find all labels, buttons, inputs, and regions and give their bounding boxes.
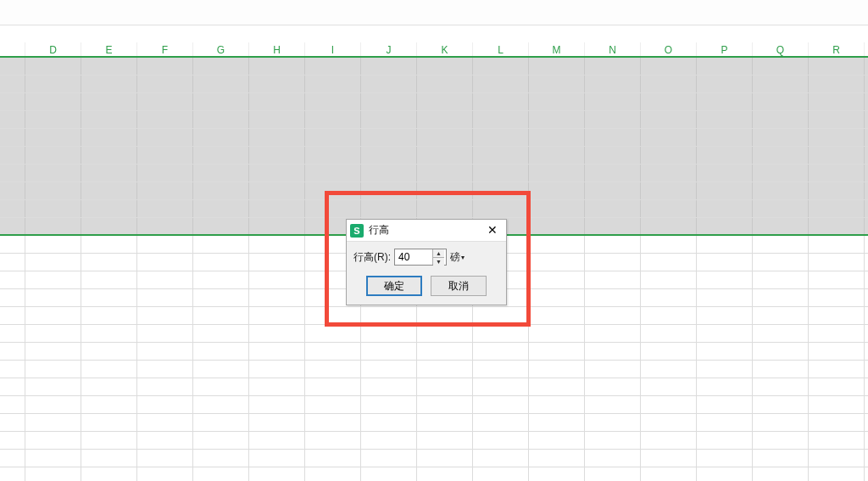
column-header[interactable]: O xyxy=(641,42,697,56)
cell[interactable] xyxy=(585,76,641,92)
cell[interactable] xyxy=(417,93,473,110)
cell[interactable] xyxy=(529,450,585,467)
cell[interactable] xyxy=(137,58,193,75)
cell[interactable] xyxy=(81,218,137,234)
cell[interactable] xyxy=(249,432,305,449)
cell[interactable] xyxy=(697,289,753,306)
cell[interactable] xyxy=(641,378,697,395)
close-icon[interactable]: ✕ xyxy=(482,222,503,239)
cell[interactable] xyxy=(249,271,305,288)
cell[interactable] xyxy=(0,218,25,234)
cell[interactable] xyxy=(81,182,137,199)
cell[interactable] xyxy=(697,129,753,146)
row-height-input[interactable] xyxy=(395,249,432,265)
cell[interactable] xyxy=(809,432,865,449)
cell[interactable] xyxy=(81,450,137,467)
cell[interactable] xyxy=(25,307,81,324)
cell[interactable] xyxy=(529,254,585,271)
table-row[interactable] xyxy=(0,378,868,396)
cell[interactable] xyxy=(865,432,868,449)
cell[interactable] xyxy=(25,111,81,128)
cell[interactable] xyxy=(193,236,249,253)
cell[interactable] xyxy=(417,111,473,128)
cell[interactable] xyxy=(249,147,305,164)
cell[interactable] xyxy=(137,325,193,342)
cell[interactable] xyxy=(753,361,809,378)
ok-button[interactable]: 确定 xyxy=(366,276,422,296)
cell[interactable] xyxy=(361,307,417,324)
table-row[interactable] xyxy=(0,200,868,218)
cell[interactable] xyxy=(305,93,361,110)
cell[interactable] xyxy=(585,289,641,306)
cell[interactable] xyxy=(0,111,25,128)
cell[interactable] xyxy=(753,147,809,164)
cell[interactable] xyxy=(25,165,81,182)
cell[interactable] xyxy=(305,129,361,146)
cell[interactable] xyxy=(361,147,417,164)
cell[interactable] xyxy=(137,432,193,449)
cell[interactable] xyxy=(585,450,641,467)
cell[interactable] xyxy=(81,289,137,306)
cell[interactable] xyxy=(25,254,81,271)
cell[interactable] xyxy=(361,378,417,395)
cell[interactable] xyxy=(137,467,193,481)
cell[interactable] xyxy=(529,76,585,92)
spinner-down-icon[interactable]: ▼ xyxy=(433,258,444,266)
cell[interactable] xyxy=(641,236,697,253)
cell[interactable] xyxy=(473,129,529,146)
cell[interactable] xyxy=(81,378,137,395)
cell[interactable] xyxy=(753,200,809,217)
cell[interactable] xyxy=(865,254,868,271)
cell[interactable] xyxy=(0,93,25,110)
cell[interactable] xyxy=(697,200,753,217)
cell[interactable] xyxy=(865,414,868,431)
cell[interactable] xyxy=(529,218,585,234)
cell[interactable] xyxy=(585,147,641,164)
cell[interactable] xyxy=(585,58,641,75)
cell[interactable] xyxy=(809,111,865,128)
cell[interactable] xyxy=(809,76,865,92)
cell[interactable] xyxy=(305,378,361,395)
cell[interactable] xyxy=(529,378,585,395)
cell[interactable] xyxy=(193,396,249,413)
cell[interactable] xyxy=(865,378,868,395)
cell[interactable] xyxy=(417,343,473,360)
cell[interactable] xyxy=(417,325,473,342)
table-row[interactable] xyxy=(0,361,868,378)
cell[interactable] xyxy=(305,307,361,324)
cell[interactable] xyxy=(865,111,868,128)
cell[interactable] xyxy=(193,129,249,146)
cell[interactable] xyxy=(809,236,865,253)
cell[interactable] xyxy=(473,325,529,342)
cell[interactable] xyxy=(137,361,193,378)
cell[interactable] xyxy=(753,111,809,128)
cell[interactable] xyxy=(809,414,865,431)
cell[interactable] xyxy=(753,165,809,182)
column-header-stub[interactable] xyxy=(0,42,25,56)
cell[interactable] xyxy=(25,432,81,449)
cell[interactable] xyxy=(193,182,249,199)
table-row[interactable] xyxy=(0,58,868,76)
cell[interactable] xyxy=(697,111,753,128)
cell[interactable] xyxy=(865,307,868,324)
cell[interactable] xyxy=(305,111,361,128)
column-header[interactable]: E xyxy=(81,42,137,56)
cell[interactable] xyxy=(417,432,473,449)
cell[interactable] xyxy=(529,93,585,110)
cell[interactable] xyxy=(361,414,417,431)
cell[interactable] xyxy=(25,325,81,342)
cell[interactable] xyxy=(809,307,865,324)
cell[interactable] xyxy=(81,58,137,75)
cell[interactable] xyxy=(641,182,697,199)
cell[interactable] xyxy=(585,307,641,324)
cell[interactable] xyxy=(585,432,641,449)
cell[interactable] xyxy=(697,58,753,75)
cell[interactable] xyxy=(305,325,361,342)
cell[interactable] xyxy=(361,129,417,146)
cell[interactable] xyxy=(0,414,25,431)
cell[interactable] xyxy=(529,271,585,288)
cell[interactable] xyxy=(809,325,865,342)
cell[interactable] xyxy=(25,361,81,378)
cell[interactable] xyxy=(193,254,249,271)
cell[interactable] xyxy=(417,467,473,481)
